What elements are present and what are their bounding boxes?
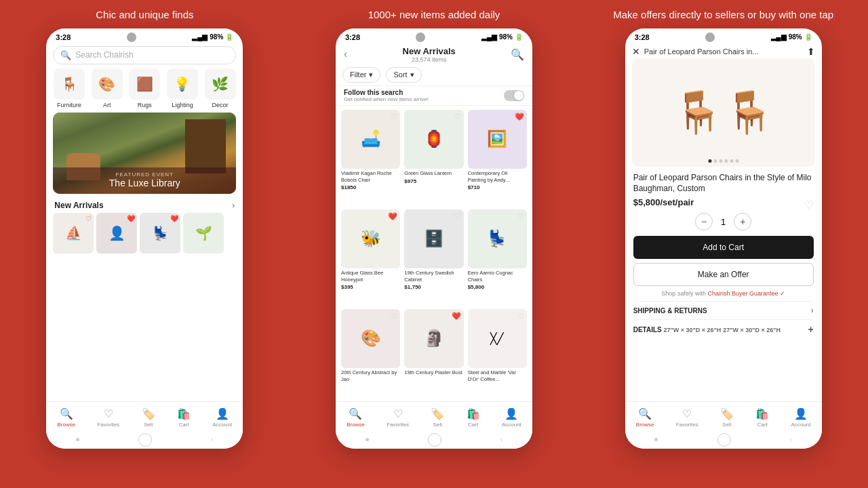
lighting-icon: 💡 [167,68,198,100]
battery-3: ▂▄▆ 98% 🔋 [771,33,812,41]
product-card-1[interactable]: 🏮 ♡ Green Glass Lantern $975 [404,110,463,205]
details-plus-icon: + [808,324,813,335]
category-lighting[interactable]: 💡 Lighting [167,68,198,108]
cart-icon-2: 🛍️ [467,407,480,420]
nav-browse-3[interactable]: 🔍 Browse [636,407,654,428]
gesture-dot-1 [76,438,79,441]
new-arrival-item-3[interactable]: 💺 ❤️ [140,213,180,253]
search-icon-2[interactable]: 🔍 [511,48,524,61]
close-button[interactable]: ✕ [632,46,640,57]
battery-icon-2: 🔋 [515,33,523,41]
product-image-2: 🖼️ ❤️ [468,110,527,169]
account-icon-2: 👤 [505,407,518,420]
cart-icon-3: 🛍️ [755,407,769,420]
new-arrivals-row: ⛵ ♡ 👤 ❤️ 💺 ❤️ 🌱 [46,213,243,253]
product-card-2[interactable]: 🖼️ ❤️ Contemporary Oil Painting by Andy.… [468,110,527,205]
featured-event-sub: FEATURED EVENT [60,171,229,178]
product-card-3[interactable]: 🐝 ❤️ Antique Glass Bee Honeypot $395 [341,209,400,305]
product-heart-3: ❤️ [388,212,397,221]
gesture-bar-1: ‹ [46,430,243,449]
account-icon-3: 👤 [794,407,808,420]
furniture-icon: 🪑 [54,68,85,100]
product-name-6: 20th Century Abstract by Jao [341,369,400,383]
product-card-6[interactable]: 🎨 ♡ 20th Century Abstract by Jao [341,309,400,397]
product-name-3: Antique Glass Bee Honeypot [341,270,400,283]
p3-header: ✕ Pair of Leopard Parson Chairs in... ⬆ [625,43,822,58]
product-card-8[interactable]: ╳╱ ♡ Steel and Marble 'Val D'Or' Coffee.… [468,309,527,397]
product-detail-image: 🪑🪑 [632,58,815,167]
back-button[interactable]: ‹ [344,48,347,60]
featured-event-overlay: FEATURED EVENT The Luxe Library [53,167,236,194]
product-price-2: $710 [468,184,527,190]
nav-sell-1[interactable]: 🏷️ Sell [142,407,155,428]
category-decor[interactable]: 🌿 Decor [205,68,236,108]
bottom-nav-1: 🔍 Browse ♡ Favorites 🏷️ Sell 🛍️ Cart 👤 A… [46,401,243,430]
category-furniture[interactable]: 🪑 Furniture [54,68,85,108]
product-card-5[interactable]: 💺 ♡ Eero Aarnio Cognac Chairs $5,800 [468,209,527,305]
increase-quantity-button[interactable]: + [734,213,751,230]
featured-event-title: The Luxe Library [60,178,229,188]
category-rugs[interactable]: 🟫 Rugs [129,68,160,108]
new-arrival-item-2[interactable]: 👤 ❤️ [96,213,137,253]
product-card-7[interactable]: 🗿 ❤️ 19th Century Plaster Bust [404,309,463,397]
nav-cart-1[interactable]: 🛍️ Cart [177,407,191,428]
new-arrival-item-4[interactable]: 🌱 [183,213,224,253]
nav-favorites-2[interactable]: ♡ Favorites [387,407,409,428]
details-section[interactable]: DETAILS 27"W × 30"D × 26"H 27"W × 30"D ×… [633,319,814,339]
nav-account-2[interactable]: 👤 Account [502,407,521,428]
category-label-art: Art [103,102,111,108]
share-icon[interactable]: ⬆ [807,46,815,57]
category-art[interactable]: 🎨 Art [92,68,123,108]
featured-event[interactable]: FEATURED EVENT The Luxe Library [53,113,236,194]
make-offer-button[interactable]: Make an Offer [633,263,814,286]
nav-account-3[interactable]: 👤 Account [791,407,811,428]
nav-account-1[interactable]: 👤 Account [212,407,232,428]
filter-button[interactable]: Filter ▾ [342,67,380,83]
sort-chevron-icon: ▾ [410,70,414,79]
sell-icon-2: 🏷️ [431,407,444,420]
product-detail-title-short: Pair of Leopard Parson Chairs in... [640,47,807,56]
battery-2: ▂▄▆ 98% 🔋 [481,33,523,41]
wishlist-heart-icon[interactable]: ♡ [804,199,814,211]
time-2: 3:28 [345,33,360,41]
search-bar[interactable]: 🔍 Search Chairish [53,46,236,64]
decrease-quantity-button[interactable]: − [695,213,713,230]
follow-title: Follow this search [344,89,429,96]
nav-sell-3[interactable]: 🏷️ Sell [720,407,734,428]
favorites-icon-1: ♡ [104,407,113,420]
gesture-chevron-3: ‹ [790,436,792,443]
new-arrivals-header[interactable]: New Arrivals › [46,198,243,213]
follow-toggle[interactable] [504,90,524,101]
shipping-section[interactable]: SHIPPING & RETURNS › [633,301,814,319]
category-label-rugs: Rugs [138,102,152,108]
category-label-furniture: Furniture [57,102,81,108]
filter-chevron-icon: ▾ [369,70,373,79]
product-heart-1: ♡ [454,113,461,121]
add-to-cart-button[interactable]: Add to Cart [633,236,814,259]
dot-3 [719,159,722,163]
guarantee-link[interactable]: Chairish Buyer Guarantee ✓ [707,290,785,297]
shipping-arrow-icon: › [811,306,814,315]
product-card-0[interactable]: 🛋️ ♡ Vladimir Kagan Roche Bobois Chair $… [341,110,400,205]
nav-cart-3[interactable]: 🛍️ Cart [755,407,769,428]
nav-browse-1[interactable]: 🔍 Browse [57,407,75,428]
product-heart-8: ♡ [517,312,524,321]
nav-cart-2[interactable]: 🛍️ Cart [467,407,480,428]
signal-icon-2: ▂▄▆ [481,33,497,41]
product-image-1: 🏮 ♡ [404,110,463,169]
new-arrival-item-1[interactable]: ⛵ ♡ [53,213,94,253]
search-icon: 🔍 [60,50,71,60]
product-card-4[interactable]: 🗄️ ♡ 19th Century Swedish Cabinet $1,750 [404,209,463,305]
buyer-guarantee: Shop safely with Chairish Buyer Guarante… [633,290,814,297]
nav-favorites-3[interactable]: ♡ Favorites [676,407,698,428]
nav-favorites-1[interactable]: ♡ Favorites [97,407,119,428]
sort-button[interactable]: Sort ▾ [386,67,421,83]
follow-search-banner: Follow this search Get notified when new… [336,85,532,106]
rugs-icon: 🟫 [129,68,160,100]
gesture-bar-2: ‹ [336,430,532,449]
gesture-circle-1 [138,433,152,447]
gesture-chevron-1: ‹ [211,436,213,443]
nav-browse-2[interactable]: 🔍 Browse [347,407,365,428]
panel-3: Make offers directly to sellers or buy w… [578,0,868,488]
nav-sell-2[interactable]: 🏷️ Sell [431,407,444,428]
